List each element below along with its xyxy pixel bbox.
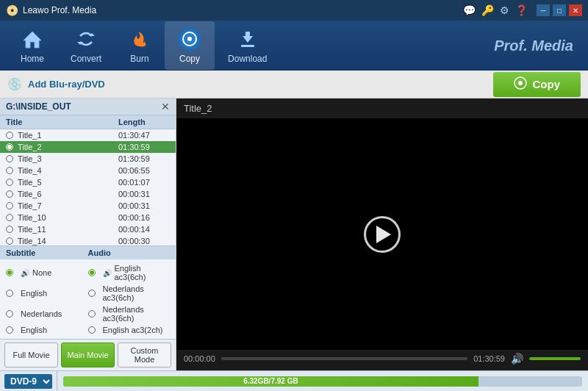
subtitle-label: None [32, 268, 51, 277]
audio-label: English ac3(2ch) [103, 326, 163, 334]
nav-item-download[interactable]: Download [215, 21, 280, 70]
volume-icon[interactable]: 🔊 [511, 353, 523, 365]
radio-circle [6, 202, 13, 209]
mode-btn-custom-mode[interactable]: Custom Mode [118, 342, 171, 367]
subtitle-item[interactable]: Nederlands [6, 309, 88, 318]
col-title-header: Title [6, 118, 118, 126]
title-length: 01:30:47 [118, 131, 170, 140]
radio-circle [6, 155, 13, 162]
audio-item[interactable]: English ac3(2ch) [88, 326, 171, 334]
disc-close-button[interactable]: ✕ [161, 101, 170, 112]
title-name: Title_14 [18, 237, 118, 245]
title-length: 00:00:31 [118, 201, 170, 210]
title-row[interactable]: Title_7 00:00:31 [0, 200, 176, 212]
title-length: 01:30:59 [118, 143, 170, 151]
toolbar-row: 💿 Add Blu-ray/DVD Copy [0, 71, 588, 98]
storage-label: 6.32GB/7.92 GB [243, 377, 298, 385]
nav-label-burn: Burn [130, 54, 148, 64]
copy-btn-label: Copy [533, 78, 561, 90]
title-name: Title_4 [18, 166, 118, 175]
title-name: Title_10 [18, 213, 118, 222]
sub-audio-header: Subtitle Audio [0, 246, 176, 259]
burn-icon [128, 27, 151, 51]
storage-bar-wrap: 6.32GB/7.92 GB [57, 371, 588, 391]
copy-green-button[interactable]: Copy [493, 72, 581, 97]
subtitle-label: Nederlands [21, 309, 62, 318]
message-icon[interactable]: 💬 [463, 4, 476, 16]
sub-audio-row: English Nederlands ac3(6ch) [0, 283, 176, 304]
aud-radio [88, 269, 96, 276]
audio-item[interactable]: Nederlands ac3(6ch) [88, 305, 171, 323]
dvd-select-wrap: DVD-9 [0, 371, 57, 391]
title-length: 00:00:16 [118, 213, 170, 222]
bottom-bar: DVD-9 6.32GB/7.92 GB [0, 370, 588, 391]
title-length: 00:00:30 [118, 237, 170, 245]
col-length-header: Length [118, 118, 170, 126]
nav-item-burn[interactable]: Burn [115, 21, 165, 70]
gear-icon[interactable]: ⚙ [500, 4, 509, 16]
play-button[interactable] [364, 216, 401, 253]
storage-bar-track: 6.32GB/7.92 GB [63, 376, 582, 387]
aud-radio [88, 326, 96, 334]
mode-buttons: Full MovieMain MovieCustom Mode [0, 339, 176, 370]
title-row[interactable]: Title_10 00:00:16 [0, 212, 176, 223]
title-name: Title_11 [18, 225, 118, 234]
radio-circle [6, 226, 13, 233]
progress-track[interactable] [221, 357, 467, 360]
help-icon[interactable]: ❓ [515, 4, 528, 16]
sub-audio-row: English English ac3(2ch) [0, 324, 176, 336]
title-row[interactable]: Title_11 00:00:14 [0, 223, 176, 235]
title-row[interactable]: Title_4 00:06:55 [0, 165, 176, 176]
nav-label-download: Download [228, 54, 267, 64]
aud-sound-icon: 🔊 [103, 269, 112, 277]
title-name: Title_5 [18, 178, 118, 187]
video-area [176, 118, 588, 350]
nav-item-home[interactable]: Home [7, 21, 57, 70]
nav-item-convert[interactable]: Convert [57, 21, 115, 70]
storage-bar-fill: 6.32GB/7.92 GB [63, 376, 478, 387]
copy-icon [178, 27, 201, 51]
title-name: Title_1 [18, 131, 118, 140]
subtitle-item[interactable]: English [6, 289, 88, 298]
mode-btn-main-movie[interactable]: Main Movie [61, 342, 115, 367]
svg-rect-3 [241, 45, 254, 47]
key-icon[interactable]: 🔑 [481, 4, 494, 16]
minimize-button[interactable]: ─ [537, 4, 550, 16]
nav-item-copy[interactable]: Copy [165, 21, 215, 70]
subtitle-item[interactable]: 🔊 None [6, 268, 88, 277]
sub-radio [6, 290, 13, 297]
title-row[interactable]: Title_3 01:30:59 [0, 153, 176, 165]
title-row[interactable]: Title_5 00:01:07 [0, 176, 176, 188]
download-icon [236, 27, 259, 51]
sub-sound-icon: 🔊 [21, 269, 29, 277]
time-start: 00:00:00 [184, 354, 215, 363]
volume-track[interactable] [529, 357, 581, 360]
title-name: Title_3 [18, 154, 118, 163]
title-row[interactable]: Title_2 01:30:59 [0, 141, 176, 153]
main-content: G:\INSIDE_OUT ✕ Title Length Title_1 01:… [0, 98, 588, 370]
dvd-format-select[interactable]: DVD-9 [4, 374, 52, 389]
sub-audio-row: 🔊 None 🔊 English ac3(6ch) [0, 262, 176, 283]
audio-item[interactable]: Nederlands ac3(6ch) [88, 284, 171, 302]
nav-label-copy: Copy [179, 54, 200, 64]
close-button[interactable]: ✕ [569, 4, 582, 16]
radio-circle [6, 167, 13, 174]
right-panel: Title_2 00:00:00 01:30:59 🔊 [176, 98, 588, 370]
audio-label: Nederlands ac3(6ch) [103, 305, 171, 323]
maximize-button[interactable]: □ [553, 4, 566, 16]
video-controls: 00:00:00 01:30:59 🔊 [176, 350, 588, 370]
title-row[interactable]: Title_6 00:00:31 [0, 188, 176, 200]
add-bluray-button[interactable]: Add Blu-ray/DVD [28, 79, 105, 90]
nav-label-convert: Convert [71, 54, 101, 64]
mode-btn-full-movie[interactable]: Full Movie [4, 342, 58, 367]
title-row[interactable]: Title_14 00:00:30 [0, 235, 176, 245]
title-row[interactable]: Title_1 01:30:47 [0, 129, 176, 141]
subtitle-item[interactable]: English [6, 326, 88, 334]
disc-icon: 💿 [7, 77, 22, 91]
audio-item[interactable]: 🔊 English ac3(6ch) [88, 264, 171, 281]
title-name: Title_7 [18, 201, 118, 210]
video-title: Title_2 [176, 98, 588, 118]
title-length: 01:30:59 [118, 154, 170, 163]
convert-icon [74, 27, 98, 51]
title-name: Title_2 [18, 143, 118, 151]
